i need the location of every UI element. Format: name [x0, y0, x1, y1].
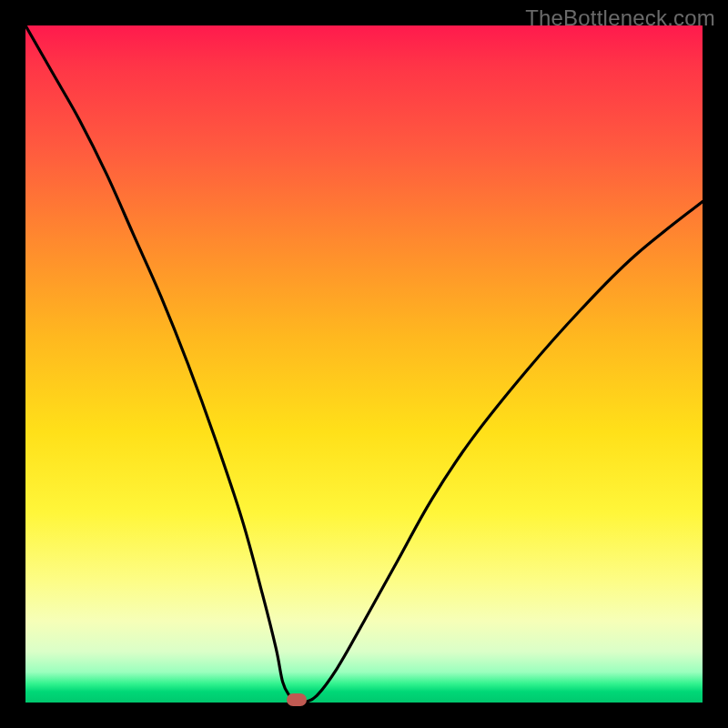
optimal-point-marker	[287, 693, 307, 706]
bottleneck-curve	[25, 25, 703, 703]
watermark-text: TheBottleneck.com	[525, 5, 715, 31]
chart-frame: TheBottleneck.com	[0, 0, 728, 728]
chart-plot-area	[25, 25, 703, 703]
